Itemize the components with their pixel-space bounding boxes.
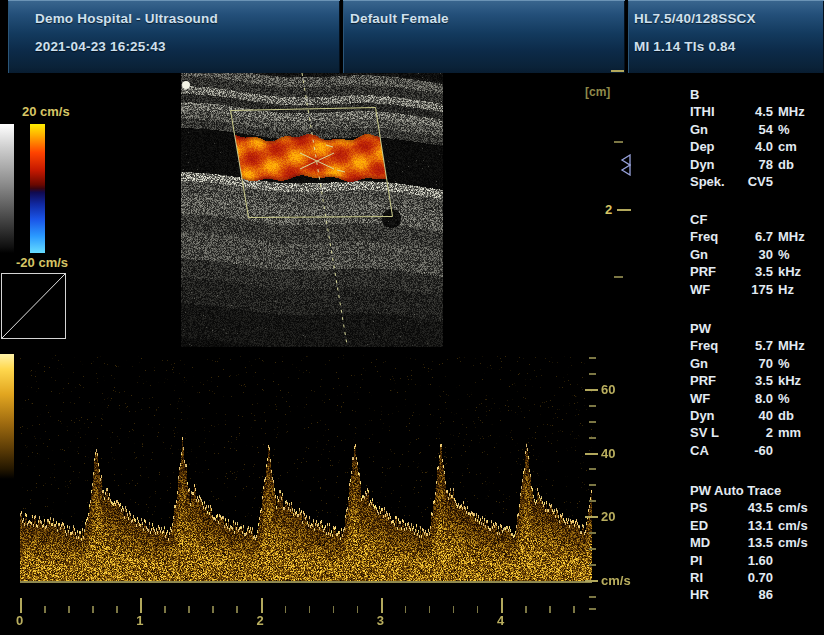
- depth-tick-2: [617, 209, 631, 211]
- param-row: Dyn 78 db: [690, 156, 820, 173]
- time-major-tick: [501, 598, 503, 613]
- time-major-tick: [261, 598, 263, 613]
- velocity-major-tick: [585, 453, 598, 455]
- param-unit: cm: [778, 138, 797, 155]
- param-label: HR: [690, 586, 737, 603]
- param-row: HR 86: [690, 586, 820, 603]
- gamma-curve-box: [1, 273, 66, 339]
- param-value: 43.5: [737, 499, 773, 516]
- bmode-image-canvas: [181, 73, 443, 347]
- velocity-minor-tick: [589, 421, 596, 423]
- velocity-minor-tick: [589, 484, 596, 486]
- velocity-minor-tick: [589, 532, 596, 534]
- param-value: 5.7: [737, 337, 773, 354]
- velocity-minor-tick: [589, 373, 596, 375]
- velocity-tick-label: 20: [601, 509, 615, 524]
- param-unit: mm: [778, 424, 801, 441]
- patient-name: Default Female: [350, 11, 449, 26]
- param-row: Gn 30 %: [690, 246, 820, 263]
- param-unit: cm/s: [778, 517, 808, 534]
- section-title: CF: [690, 211, 820, 228]
- param-unit: Hz: [778, 281, 794, 298]
- time-tick-label: 0: [16, 613, 23, 628]
- param-section: CF Freq 6.7 MHz Gn 30 % PRF 3.5 kHz WF 1…: [690, 211, 820, 298]
- time-tick-label: 3: [377, 613, 384, 628]
- velocity-minor-tick: [589, 468, 596, 470]
- spectrum-baseline: [20, 581, 592, 583]
- param-value: 86: [737, 586, 773, 603]
- param-unit: kHz: [778, 263, 801, 280]
- parameter-panel: B ITHI 4.5 MHz Gn 54 % Dep 4.0 cm Dyn 78…: [660, 0, 824, 635]
- velocity-minor-tick: [589, 596, 596, 598]
- param-value: 4.5: [737, 103, 773, 120]
- time-major-tick: [381, 598, 383, 613]
- depth-tick-3: [614, 276, 623, 278]
- param-row: WF 175 Hz: [690, 281, 820, 298]
- param-label: WF: [690, 390, 737, 407]
- param-unit: cm/s: [778, 534, 808, 551]
- param-label: Dyn: [690, 156, 737, 173]
- param-row: SV L 2 mm: [690, 424, 820, 441]
- param-value: 78: [737, 156, 773, 173]
- param-value: -60: [737, 442, 773, 459]
- focus-marker-icon: [620, 154, 632, 176]
- param-value: 0.70: [737, 569, 773, 586]
- param-label: PRF: [690, 263, 737, 280]
- time-minor-tick: [188, 606, 190, 613]
- time-minor-tick: [573, 606, 575, 613]
- time-tick-label: 2: [257, 613, 264, 628]
- param-value: 13.1: [737, 517, 773, 534]
- time-minor-tick: [236, 606, 238, 613]
- param-value: 3.5: [737, 263, 773, 280]
- time-tick-label: 4: [497, 613, 504, 628]
- pw-spectrum-canvas: [20, 355, 592, 583]
- param-value: 70: [737, 355, 773, 372]
- param-section: PW Freq 5.7 MHz Gn 70 % PRF 3.5 kHz WF 8…: [690, 320, 820, 459]
- param-label: ITHI: [690, 103, 737, 120]
- param-unit: MHz: [778, 337, 805, 354]
- depth-unit-label: [cm]: [585, 85, 610, 99]
- param-section: PW Auto Trace PS 43.5 cm/s ED 13.1 cm/s …: [690, 482, 820, 604]
- time-minor-tick: [333, 606, 335, 613]
- param-row: WF 8.0 %: [690, 390, 820, 407]
- param-label: CA: [690, 442, 737, 459]
- param-label: WF: [690, 281, 737, 298]
- velocity-minor-tick: [589, 405, 596, 407]
- param-row: Gn 70 %: [690, 355, 820, 372]
- color-scale-max-label: 20 cm/s: [22, 104, 70, 119]
- time-minor-tick: [429, 606, 431, 613]
- section-rows: Freq 5.7 MHz Gn 70 % PRF 3.5 kHz WF 8.0 …: [690, 337, 820, 459]
- hospital-title: Demo Hospital - Ultrasound: [35, 11, 218, 26]
- param-row: ITHI 4.5 MHz: [690, 103, 820, 120]
- param-label: PS: [690, 499, 737, 516]
- velocity-unit-label: cm/s: [601, 573, 631, 588]
- section-title: PW: [690, 320, 820, 337]
- param-value: 54: [737, 121, 773, 138]
- param-value: 40: [737, 407, 773, 424]
- depth-tick-1: [614, 141, 623, 143]
- param-value: 3.5: [737, 372, 773, 389]
- param-label: Freq: [690, 337, 737, 354]
- param-row: Dyn 40 db: [690, 407, 820, 424]
- time-major-tick: [20, 598, 22, 613]
- param-value: 13.5: [737, 534, 773, 551]
- velocity-minor-tick: [589, 608, 596, 610]
- param-label: SV L: [690, 424, 737, 441]
- time-minor-tick: [405, 606, 407, 613]
- gamma-curve-line: [2, 274, 65, 338]
- param-label: Dyn: [690, 407, 737, 424]
- param-row: Spek. CV5: [690, 173, 820, 190]
- grayscale-bar: [0, 124, 14, 253]
- datetime: 2021-04-23 16:25:43: [35, 39, 166, 54]
- param-unit: %: [778, 121, 790, 138]
- velocity-minor-tick: [589, 564, 596, 566]
- param-unit: cm/s: [778, 499, 808, 516]
- velocity-zero-tick: [585, 580, 598, 582]
- param-label: Spek.: [690, 173, 737, 190]
- param-row: MD 13.5 cm/s: [690, 534, 820, 551]
- param-label: Freq: [690, 228, 737, 245]
- param-label: RI: [690, 569, 737, 586]
- section-title: PW Auto Trace: [690, 482, 820, 499]
- param-unit: MHz: [778, 228, 805, 245]
- param-unit: db: [778, 156, 794, 173]
